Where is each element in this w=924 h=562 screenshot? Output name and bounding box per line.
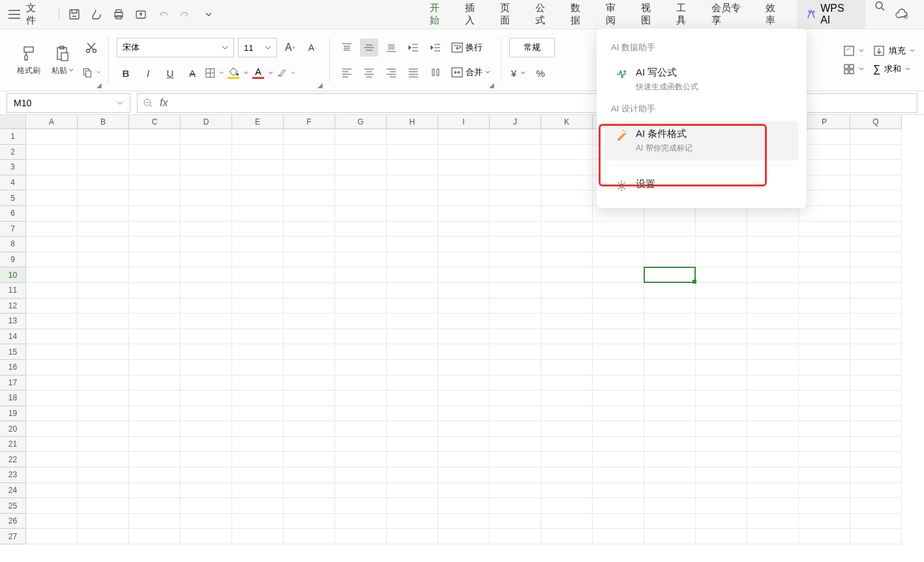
cell[interactable] xyxy=(232,437,284,452)
cell[interactable] xyxy=(129,483,181,499)
cell[interactable] xyxy=(129,360,181,376)
font-size-select[interactable]: 11 xyxy=(238,38,277,57)
cell[interactable] xyxy=(284,252,335,268)
cell[interactable] xyxy=(387,222,438,237)
cell[interactable] xyxy=(747,452,799,467)
conditional-format-button[interactable] xyxy=(843,45,864,57)
cell[interactable] xyxy=(850,329,902,345)
merge-button[interactable]: 合并 xyxy=(449,65,493,80)
cell[interactable] xyxy=(490,129,541,145)
cell[interactable] xyxy=(438,329,490,345)
cell[interactable] xyxy=(232,206,284,222)
cell[interactable] xyxy=(284,267,335,283)
align-bottom-icon[interactable] xyxy=(382,38,400,57)
cell[interactable] xyxy=(181,206,232,222)
cell[interactable] xyxy=(335,514,387,529)
cell[interactable] xyxy=(181,145,232,160)
cell[interactable] xyxy=(799,391,850,406)
cell[interactable] xyxy=(26,129,78,145)
cell[interactable] xyxy=(438,437,490,452)
cell[interactable] xyxy=(335,237,387,252)
cell[interactable] xyxy=(129,129,181,145)
cell[interactable] xyxy=(78,437,129,452)
cell[interactable] xyxy=(181,391,232,406)
cell[interactable] xyxy=(181,514,232,529)
cell[interactable] xyxy=(181,252,232,268)
cell[interactable] xyxy=(387,421,438,437)
row-header[interactable]: 24 xyxy=(0,483,25,499)
format-painter-button[interactable]: 格式刷 xyxy=(14,42,43,79)
cell[interactable] xyxy=(490,376,541,391)
cell[interactable] xyxy=(696,437,747,452)
cell[interactable] xyxy=(438,421,490,437)
ai-write-formula-item[interactable]: AI 写公式 快速生成函数公式 xyxy=(604,60,799,99)
cell[interactable] xyxy=(696,391,747,406)
cell[interactable] xyxy=(850,452,902,467)
cell[interactable] xyxy=(541,299,593,314)
cell[interactable] xyxy=(387,452,438,467)
cell[interactable] xyxy=(593,467,644,483)
row-header[interactable]: 12 xyxy=(0,299,25,314)
cell[interactable] xyxy=(129,299,181,314)
export-icon[interactable] xyxy=(132,5,150,23)
cell[interactable] xyxy=(438,344,490,360)
row-header[interactable]: 13 xyxy=(0,314,25,329)
name-box[interactable]: M10 xyxy=(7,93,130,113)
cell[interactable] xyxy=(284,344,335,360)
column-header[interactable]: A xyxy=(26,115,78,129)
cell[interactable] xyxy=(129,437,181,452)
cell[interactable] xyxy=(129,529,181,544)
cell[interactable] xyxy=(26,145,78,160)
cell[interactable] xyxy=(593,329,644,345)
cell[interactable] xyxy=(747,437,799,452)
cell[interactable] xyxy=(181,283,232,299)
cell[interactable] xyxy=(490,267,541,283)
cell[interactable] xyxy=(541,206,593,222)
cell[interactable] xyxy=(438,299,490,314)
cell[interactable] xyxy=(850,467,902,483)
cell[interactable] xyxy=(850,267,902,283)
cell[interactable] xyxy=(850,514,902,529)
cell[interactable] xyxy=(335,206,387,222)
align-center-icon[interactable] xyxy=(360,63,378,81)
cell[interactable] xyxy=(593,391,644,406)
cell[interactable] xyxy=(129,267,181,283)
cell[interactable] xyxy=(284,222,335,237)
row-header[interactable]: 1 xyxy=(0,129,25,145)
cell[interactable] xyxy=(129,376,181,391)
tab-member[interactable]: 会员专享 xyxy=(704,0,758,32)
cell[interactable] xyxy=(284,452,335,467)
cell[interactable] xyxy=(490,360,541,376)
cell[interactable] xyxy=(26,175,78,191)
cell[interactable] xyxy=(644,267,696,283)
cell[interactable] xyxy=(232,252,284,268)
cell[interactable] xyxy=(129,252,181,268)
cell[interactable] xyxy=(232,483,284,499)
column-header[interactable]: D xyxy=(181,115,232,129)
cell[interactable] xyxy=(490,452,541,467)
align-right-icon[interactable] xyxy=(382,63,400,81)
cell[interactable] xyxy=(232,529,284,544)
cell[interactable] xyxy=(541,514,593,529)
cell[interactable] xyxy=(284,206,335,222)
cell[interactable] xyxy=(644,529,696,544)
cell[interactable] xyxy=(593,514,644,529)
wrap-text-button[interactable]: 换行 xyxy=(449,40,485,55)
cell[interactable] xyxy=(696,483,747,499)
cell[interactable] xyxy=(747,344,799,360)
cell[interactable] xyxy=(387,514,438,529)
cell[interactable] xyxy=(850,283,902,299)
cell[interactable] xyxy=(747,252,799,268)
cell[interactable] xyxy=(850,529,902,544)
cell[interactable] xyxy=(747,483,799,499)
cell[interactable] xyxy=(541,190,593,206)
cell[interactable] xyxy=(747,360,799,376)
cell[interactable] xyxy=(438,452,490,467)
cell[interactable] xyxy=(644,283,696,299)
cell[interactable] xyxy=(129,467,181,483)
cell[interactable] xyxy=(644,206,696,222)
cell[interactable] xyxy=(232,514,284,529)
cell[interactable] xyxy=(438,314,490,329)
column-header[interactable]: C xyxy=(129,115,181,129)
cell[interactable] xyxy=(541,406,593,422)
